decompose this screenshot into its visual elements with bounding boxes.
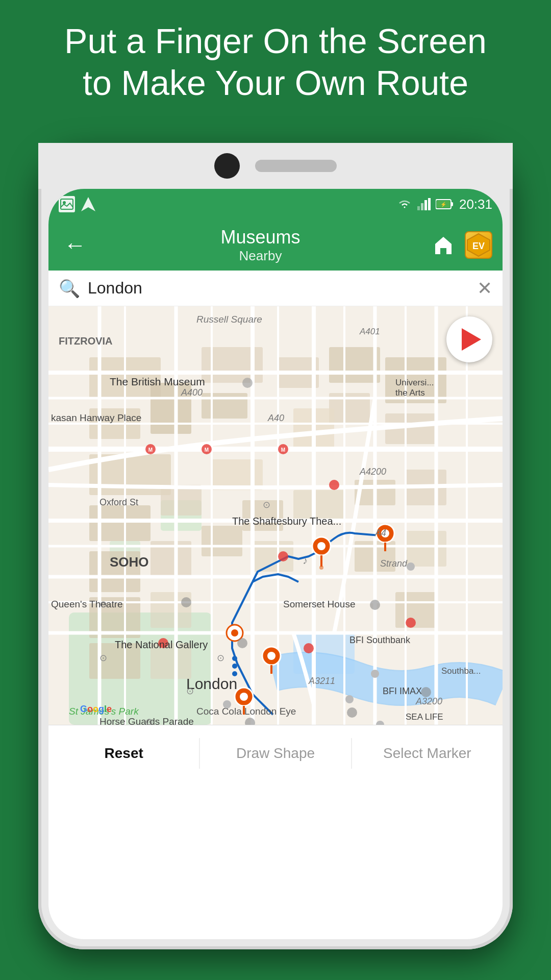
svg-point-82	[317, 542, 325, 550]
svg-point-73	[329, 480, 339, 490]
phone-notch	[38, 143, 513, 189]
svg-rect-9	[451, 202, 453, 206]
search-bar[interactable]: 🔍 London ✕	[48, 271, 503, 306]
svg-text:M: M	[205, 447, 209, 453]
svg-text:⊙: ⊙	[99, 599, 107, 609]
select-marker-label: Select Marker	[383, 745, 471, 762]
phone-frame: ⚡ 20:31 ← Museums Nearby	[38, 143, 513, 949]
toolbar-title-main: Museums	[102, 227, 419, 248]
svg-rect-4	[417, 206, 420, 210]
svg-point-120	[421, 687, 431, 697]
svg-rect-5	[421, 203, 423, 210]
svg-text:M: M	[281, 447, 285, 453]
svg-text:Google: Google	[80, 704, 112, 714]
svg-point-76	[406, 618, 416, 628]
svg-text:♪: ♪	[303, 555, 308, 566]
select-marker-button[interactable]: Select Marker	[352, 725, 503, 781]
svg-text:Somerset House: Somerset House	[283, 599, 356, 609]
play-icon	[462, 328, 481, 351]
home-icon	[432, 234, 455, 256]
svg-text:SOHO: SOHO	[110, 554, 149, 570]
svg-text:Southba...: Southba...	[441, 666, 481, 676]
svg-text:A3200: A3200	[415, 696, 442, 706]
svg-text:Oxford St: Oxford St	[99, 497, 138, 507]
svg-point-89	[267, 652, 276, 660]
close-icon[interactable]: ✕	[477, 278, 492, 299]
status-left-icons	[59, 196, 96, 212]
svg-text:The British Museum: The British Museum	[110, 376, 205, 387]
search-input[interactable]: London	[88, 279, 469, 298]
image-status-icon	[59, 196, 75, 212]
toolbar-title: Museums Nearby	[102, 227, 419, 264]
signal-icon	[417, 198, 431, 210]
svg-text:FITZROVIA: FITZROVIA	[59, 335, 113, 347]
svg-text:The Shaftesbury Thea...: The Shaftesbury Thea...	[232, 516, 341, 527]
svg-rect-6	[424, 200, 427, 210]
svg-text:⊙: ⊙	[186, 686, 194, 696]
svg-rect-26	[161, 485, 202, 516]
svg-text:Strand: Strand	[380, 558, 408, 569]
wifi-icon	[397, 198, 412, 210]
svg-text:A4: A4	[374, 528, 386, 538]
svg-text:Russell Square: Russell Square	[196, 314, 262, 325]
svg-text:the Arts: the Arts	[395, 388, 425, 398]
phone-screen: ⚡ 20:31 ← Museums Nearby	[48, 189, 503, 939]
svg-marker-3	[81, 197, 95, 211]
battery-icon: ⚡	[436, 199, 454, 210]
svg-rect-29	[329, 347, 380, 383]
svg-text:⊙: ⊙	[263, 500, 270, 510]
svg-point-116	[347, 707, 357, 718]
reset-button[interactable]: Reset	[48, 725, 199, 781]
svg-rect-45	[406, 531, 446, 567]
map-svg: M M M	[48, 306, 503, 725]
svg-point-98	[242, 378, 253, 388]
ev-badge[interactable]: EV	[465, 231, 492, 259]
search-icon: 🔍	[59, 278, 80, 299]
svg-text:⊙: ⊙	[145, 717, 153, 725]
svg-text:A4200: A4200	[359, 467, 386, 477]
svg-point-137	[371, 670, 379, 678]
svg-point-106	[181, 597, 191, 607]
status-right: ⚡ 20:31	[397, 197, 492, 212]
svg-text:BFI IMAX: BFI IMAX	[383, 686, 422, 696]
status-bar: ⚡ 20:31	[48, 189, 503, 219]
nav-status-icon	[80, 196, 96, 212]
phone-camera	[214, 153, 240, 179]
header-text: Put a Finger On the Screen to Make Your …	[0, 20, 551, 104]
svg-text:BFI Southbank: BFI Southbank	[349, 635, 411, 645]
svg-point-139	[345, 695, 354, 703]
svg-point-2	[63, 201, 66, 204]
svg-text:A3211: A3211	[308, 676, 335, 686]
svg-point-111	[237, 638, 247, 648]
reset-label: Reset	[105, 745, 143, 762]
svg-text:London: London	[186, 675, 237, 692]
svg-text:M: M	[148, 447, 153, 453]
svg-point-109	[370, 600, 380, 610]
svg-rect-7	[428, 198, 431, 210]
svg-point-93	[232, 664, 237, 669]
back-button[interactable]: ←	[59, 227, 91, 263]
toolbar-subtitle: Nearby	[102, 248, 419, 264]
svg-point-92	[232, 656, 237, 661]
home-button[interactable]	[430, 231, 457, 259]
svg-point-138	[223, 700, 231, 708]
svg-text:kasan Hanway Place: kasan Hanway Place	[51, 412, 141, 423]
svg-text:⚡: ⚡	[440, 201, 447, 208]
svg-point-74	[278, 551, 288, 561]
play-button[interactable]	[446, 316, 492, 362]
toolbar-icons: EV	[430, 231, 492, 259]
bottom-bar: Reset Draw Shape Select Marker	[48, 725, 503, 781]
map-area[interactable]: M M M	[48, 306, 503, 725]
svg-text:The National Gallery: The National Gallery	[115, 639, 208, 650]
app-toolbar: ← Museums Nearby EV	[48, 219, 503, 271]
svg-rect-46	[395, 592, 436, 628]
svg-text:Queen's Theatre: Queen's Theatre	[51, 599, 123, 609]
draw-shape-button[interactable]: Draw Shape	[200, 725, 350, 781]
svg-text:A400: A400	[181, 387, 203, 398]
svg-text:EV: EV	[472, 241, 485, 251]
svg-text:SEA LIFE: SEA LIFE	[406, 712, 443, 722]
svg-text:⊙: ⊙	[99, 653, 107, 663]
svg-text:A401: A401	[359, 327, 380, 336]
svg-text:A40: A40	[267, 413, 284, 423]
status-time: 20:31	[459, 197, 492, 212]
